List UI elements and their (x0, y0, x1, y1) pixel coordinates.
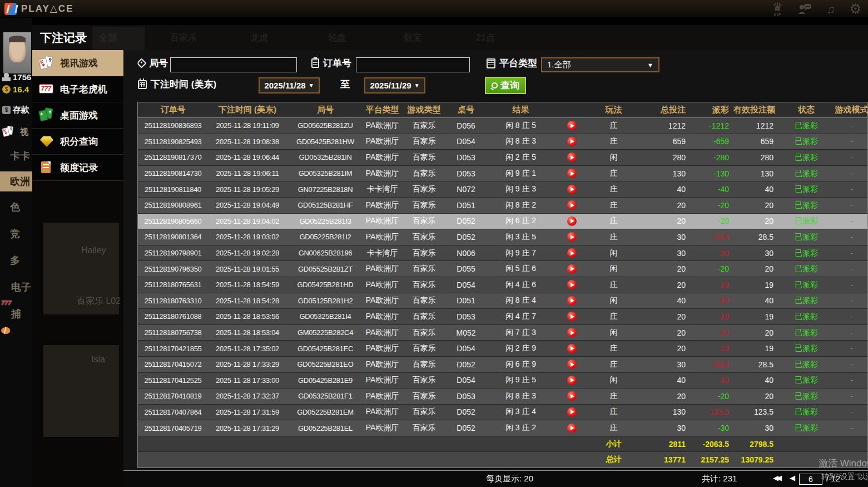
table-row[interactable]: 2511281704150722025-11-28 17:33:29GD0522… (138, 357, 867, 373)
cell-status: 已派彩 (778, 136, 835, 146)
play-replay-button[interactable] (567, 121, 577, 130)
platform-select[interactable]: 1.全部 ▼ (541, 57, 659, 72)
lobby-nav-item[interactable]: 卡卡 (0, 149, 32, 163)
play-replay-button[interactable] (567, 169, 577, 178)
cell-payout: 28.5 (690, 360, 733, 369)
table-row[interactable]: 2511281704057192025-11-28 17:31:29GD0522… (138, 420, 867, 436)
play-replay-button[interactable] (567, 424, 577, 433)
background-tab: 百家乐 (170, 32, 197, 44)
table-row[interactable]: 2511281908013642025-11-28 19:03:02GD0522… (138, 229, 867, 245)
play-replay-button[interactable] (567, 248, 577, 258)
cell-play: 闲 (587, 375, 640, 385)
table-row[interactable]: 2511281704125252025-11-28 17:33:00GD0542… (138, 373, 867, 389)
cell-platform: 卡卡湾厅 (364, 184, 401, 194)
table-row[interactable]: 2511281807567382025-11-28 18:53:04GM0522… (138, 325, 867, 341)
play-replay-button[interactable] (567, 344, 577, 353)
order-input[interactable] (356, 57, 470, 72)
cell-play: 闲 (587, 153, 640, 163)
table-row[interactable]: 2511281807610882025-11-28 18:53:56GD0532… (138, 309, 867, 325)
play-replay-button[interactable] (567, 328, 577, 337)
play-replay-button[interactable] (567, 153, 577, 162)
play-replay-button[interactable] (567, 264, 577, 274)
play-replay-button[interactable] (567, 407, 577, 417)
menu-item[interactable]: ♠♦桌面游戏 (32, 102, 123, 129)
round-input[interactable] (170, 57, 297, 72)
lobby-video-games[interactable]: 9K♥ 视 (2, 125, 32, 139)
table-row[interactable]: 2511281908056602025-11-28 19:04:02GD0522… (138, 214, 867, 230)
table-row[interactable]: 2511281908118402025-11-28 19:05:29GN0722… (138, 181, 867, 198)
play-replay-button[interactable] (567, 217, 577, 226)
table-row[interactable]: 2511281704218552025-11-28 17:35:02GD0542… (138, 341, 867, 357)
first-page-button[interactable]: ◀◀ (773, 474, 780, 482)
cell-status: 已派彩 (778, 375, 835, 385)
table-row[interactable]: 2511281907989012025-11-28 19:02:28GN0062… (138, 245, 867, 262)
play-replay-button[interactable] (567, 185, 577, 194)
vip-icon[interactable]: ♛VIP (772, 1, 783, 17)
lobby-nav-item[interactable]: 捕 (0, 307, 32, 321)
table-row[interactable]: 2511281908368932025-11-28 19:11:09GD0562… (138, 118, 867, 134)
platform-filter-label: 平台类型 (487, 57, 537, 70)
music-icon[interactable]: ♫ (826, 3, 835, 15)
cell-valid: 30 (733, 424, 778, 432)
play-replay-button[interactable] (567, 280, 577, 289)
cell-platform: PA欧洲厅 (364, 169, 401, 179)
settings-gear-icon[interactable]: ⚙ (849, 2, 861, 16)
lobby-nav-item[interactable]: 色 (0, 200, 32, 214)
cell-payout: 40 (690, 296, 733, 305)
cell-result: 闲 6 庄 9 (485, 360, 557, 370)
cell-game: 百家乐 (401, 216, 447, 226)
menu-item[interactable]: 9K♥视讯游戏 (32, 50, 123, 76)
cell-game: 百家乐 (401, 312, 447, 322)
play-replay-button[interactable] (567, 376, 577, 385)
table-row[interactable]: 2511281908147302025-11-28 19:06:11GD0532… (138, 166, 867, 182)
play-replay-button[interactable] (567, 232, 577, 242)
cell-game: 百家乐 (401, 391, 447, 401)
lobby-nav-item[interactable]: 欧洲 (0, 171, 32, 191)
cell-table: D052 (447, 407, 485, 416)
play-replay-button[interactable] (567, 360, 577, 369)
lobby-nav-item[interactable]: 电子 (0, 281, 32, 294)
balance-value: 16.4 (13, 85, 29, 94)
play-replay-button[interactable] (567, 296, 577, 306)
query-button[interactable]: 查询 (485, 77, 526, 94)
cell-order: 251128190808961 (138, 201, 208, 209)
play-replay-button[interactable] (567, 200, 577, 210)
credit-doc-icon (39, 160, 54, 175)
cell-status: 已派彩 (778, 328, 835, 338)
table-row[interactable]: 2511281704078642025-11-28 17:31:59GD0522… (138, 405, 867, 421)
cell-valid: 20 (733, 201, 778, 210)
cell-table: N072 (447, 185, 485, 194)
table-row[interactable]: 2511281908173702025-11-28 19:06:44GD0532… (138, 150, 867, 166)
table-row[interactable]: 2511281807656312025-11-28 18:54:59GD0542… (138, 277, 867, 293)
cell-play: 庄 (587, 121, 640, 131)
cell-round: GD05625B281ZU (287, 121, 364, 130)
menu-item[interactable]: 额度记录 (32, 155, 123, 181)
cell-status: 已派彩 (778, 423, 835, 433)
play-replay-button[interactable] (567, 312, 577, 321)
menu-item[interactable]: 积分查询 (32, 129, 123, 155)
cell-replay (557, 185, 587, 194)
table-row[interactable]: 2511281907963502025-11-28 19:01:55GD0552… (138, 261, 867, 277)
date-from-picker[interactable]: 2025/11/28▼ (259, 77, 320, 94)
user-avatar[interactable] (3, 32, 31, 73)
cell-table: D054 (447, 137, 485, 146)
cell-valid: 40 (733, 376, 778, 385)
menu-item[interactable]: 777电子老虎机 (32, 76, 123, 102)
table-row[interactable]: 2511281908254932025-11-28 19:08:38GD0542… (138, 134, 867, 150)
lobby-nav-item[interactable]: 竞 (0, 227, 32, 240)
prev-page-button[interactable]: ◀ (790, 474, 795, 482)
table-row[interactable]: 2511281704108192025-11-28 17:32:37GD0532… (138, 388, 867, 405)
cell-replay (557, 200, 587, 210)
table-row[interactable]: 2511281807633102025-11-28 18:54:28GD0512… (138, 293, 867, 309)
date-to-picker[interactable]: 2025/11/29▼ (364, 77, 425, 94)
cell-status: 已派彩 (778, 264, 835, 274)
cell-play: 庄 (587, 184, 640, 194)
page-number-input[interactable]: 6 (799, 474, 822, 485)
play-replay-button[interactable] (567, 391, 577, 401)
deposit-button[interactable]: $ 存款 (2, 105, 32, 115)
table-row[interactable]: 2511281908089612025-11-28 19:04:49GD0512… (138, 198, 867, 214)
chat-support-icon[interactable] (797, 3, 812, 15)
play-replay-button[interactable] (567, 137, 577, 146)
lobby-nav-item[interactable]: 多 (0, 254, 32, 267)
cell-replay (557, 248, 587, 258)
